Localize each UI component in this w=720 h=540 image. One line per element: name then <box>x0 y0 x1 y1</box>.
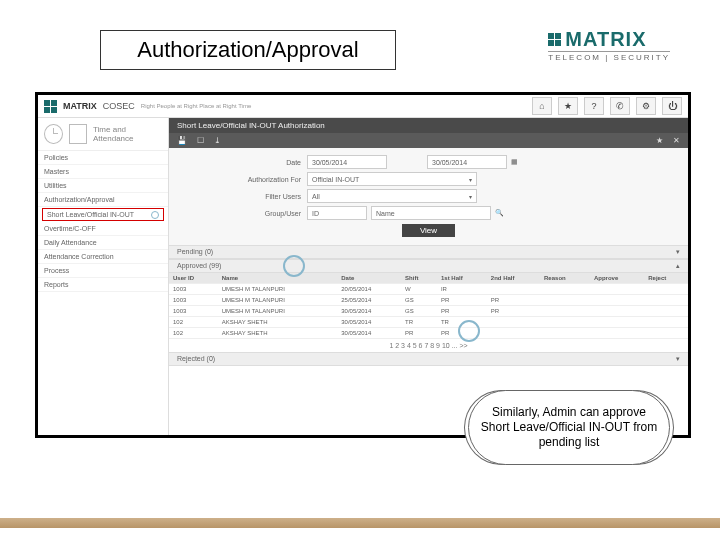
sidebar-item-authorization[interactable]: Authorization/Approval <box>38 193 168 207</box>
col-date: Date <box>337 273 401 284</box>
filter-users-select[interactable]: All <box>307 189 477 203</box>
auth-for-label: Authorization For <box>181 176 307 183</box>
date-from-input[interactable]: 30/05/2014 <box>307 155 387 169</box>
filter-form: Date 30/05/2014 30/05/2014 ▦ Authorizati… <box>169 148 688 245</box>
approved-table: User ID Name Date Shift 1st Half 2nd Hal… <box>169 273 688 339</box>
clear-icon[interactable]: ☐ <box>197 136 204 145</box>
view-button[interactable]: View <box>402 224 455 237</box>
section-approved[interactable]: Approved (99)▴ <box>169 259 688 273</box>
sidebar-item-short-leave[interactable]: Short Leave/Official IN-OUT <box>42 208 164 221</box>
sidebar-item-reports[interactable]: Reports <box>38 278 168 292</box>
brand-logo: MATRIX TELECOM | SECURITY <box>548 28 670 62</box>
filter-users-label: Filter Users <box>181 193 307 200</box>
chevron-down-icon: ▾ <box>676 248 680 256</box>
section-rejected[interactable]: Rejected (0)▾ <box>169 352 688 366</box>
settings-icon[interactable]: ⚙ <box>636 97 656 115</box>
app-header: MATRIX COSEC Right People at Right Place… <box>38 95 688 118</box>
col-name: Name <box>218 273 337 284</box>
app-brand: MATRIX <box>63 101 97 111</box>
annotation-circle <box>458 320 480 342</box>
col-reason: Reason <box>540 273 590 284</box>
chevron-up-icon: ▴ <box>676 262 680 270</box>
table-row[interactable]: 1003UMESH M TALANPURI30/05/2014GSPRPR <box>169 306 688 317</box>
table-row[interactable]: 1003UMESH M TALANPURI20/05/2014WIR <box>169 284 688 295</box>
sidebar-title: Time and Attendance <box>93 125 162 143</box>
col-1sthalf: 1st Half <box>437 273 487 284</box>
table-row[interactable]: 1003UMESH M TALANPURI25/05/2014GSPRPR <box>169 295 688 306</box>
group-id-input[interactable]: ID <box>307 206 367 220</box>
clock-icon <box>44 124 63 144</box>
sidebar-item-attendance-correction[interactable]: Attendance Correction <box>38 250 168 264</box>
sidebar-item-daily-attendance[interactable]: Daily Attendance <box>38 236 168 250</box>
calendar-icon <box>69 124 88 144</box>
sidebar-item-overtime[interactable]: Overtime/C-OFF <box>38 222 168 236</box>
page-title-bar: Short Leave/Official IN-OUT Authorizatio… <box>169 118 688 133</box>
slide-title: Authorization/Approval <box>100 30 396 70</box>
help-icon[interactable]: ? <box>584 97 604 115</box>
annotation-circle <box>283 255 305 277</box>
pagination[interactable]: 1 2 3 4 5 6 7 8 9 10 ... >> <box>169 339 688 352</box>
app-screenshot: MATRIX COSEC Right People at Right Place… <box>35 92 691 438</box>
sidebar-item-masters[interactable]: Masters <box>38 165 168 179</box>
app-logo-icon <box>44 100 57 113</box>
power-icon[interactable]: ⏻ <box>662 97 682 115</box>
col-reject: Reject <box>644 273 688 284</box>
app-product: COSEC <box>103 101 135 111</box>
toolbar: 💾 ☐ ⤓ ★ ✕ <box>169 133 688 148</box>
footer-stripe <box>0 518 720 528</box>
date-to-input[interactable]: 30/05/2014 <box>427 155 507 169</box>
save-icon[interactable]: 💾 <box>177 136 187 145</box>
table-row[interactable]: 102AKSHAY SHETH30/05/2014PRPR <box>169 328 688 339</box>
col-2ndhalf: 2nd Half <box>487 273 540 284</box>
sidebar: Time and Attendance Policies Masters Uti… <box>38 118 169 435</box>
date-picker-icon[interactable]: ▦ <box>511 158 518 166</box>
group-user-label: Group/User <box>181 210 307 217</box>
col-userid: User ID <box>169 273 218 284</box>
sidebar-item-process[interactable]: Process <box>38 264 168 278</box>
sidebar-item-policies[interactable]: Policies <box>38 151 168 165</box>
app-tagline: Right People at Right Place at Right Tim… <box>141 103 251 109</box>
export-icon[interactable]: ⤓ <box>214 136 221 145</box>
logo-text: MATRIX <box>565 28 646 51</box>
table-row[interactable]: 102AKSHAY SHETH30/05/2014TRTR <box>169 317 688 328</box>
main-panel: Short Leave/Official IN-OUT Authorizatio… <box>169 118 688 435</box>
page-title: Short Leave/Official IN-OUT Authorizatio… <box>177 121 325 130</box>
date-label: Date <box>181 159 307 166</box>
col-approve: Approve <box>590 273 644 284</box>
group-name-input[interactable]: Name <box>371 206 491 220</box>
col-shift: Shift <box>401 273 437 284</box>
star-icon[interactable]: ★ <box>558 97 578 115</box>
annotation-callout: Similarly, Admin can approve Short Leave… <box>468 390 670 465</box>
auth-for-select[interactable]: Official IN-OUT <box>307 172 477 186</box>
table-header-row: User ID Name Date Shift 1st Half 2nd Hal… <box>169 273 688 284</box>
close-icon[interactable]: ✕ <box>673 136 680 145</box>
phone-icon[interactable]: ✆ <box>610 97 630 115</box>
logo-sub: TELECOM | SECURITY <box>548 51 670 62</box>
star-toolbar-icon[interactable]: ★ <box>656 136 663 145</box>
logo-icon <box>548 33 561 46</box>
chevron-down-icon: ▾ <box>676 355 680 363</box>
sidebar-item-utilities[interactable]: Utilities <box>38 179 168 193</box>
lookup-icon[interactable]: 🔍 <box>495 209 504 217</box>
section-pending[interactable]: Pending (0)▾ <box>169 245 688 259</box>
home-icon[interactable]: ⌂ <box>532 97 552 115</box>
